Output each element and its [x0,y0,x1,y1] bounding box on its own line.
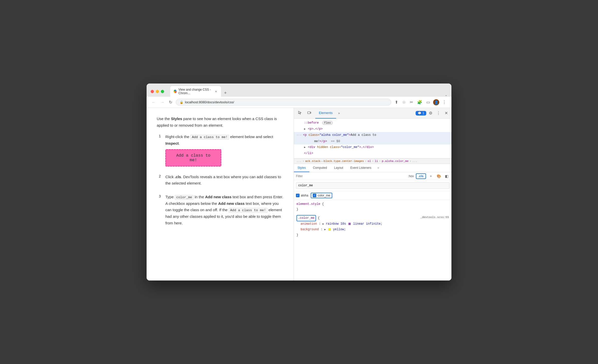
sidebar-icon[interactable]: ▭ [425,99,431,106]
background-prop: background [301,228,319,231]
share-icon[interactable]: ⬆ [394,99,399,106]
extension-icon[interactable]: 🧩 [416,99,423,106]
devtools-panel: Elements » 💬 1 ⚙ ⋮ ✕ ::bef [294,108,451,280]
step-3-bold-2: Add new class [218,201,245,206]
devtools-tabs: Elements » [315,108,415,119]
bc-stack[interactable]: ack.stack--block.type.center-images [305,160,364,163]
chat-badge[interactable]: 💬 1 [416,111,426,115]
svg-rect-0 [308,112,310,114]
color-palette-button[interactable]: 🎨 [436,174,442,179]
browser-window: View and change CSS - Chrom... ✕ + ⌄ ← →… [147,84,451,280]
step-1-bold: Inspect [165,141,179,145]
styles-tab-event-listeners[interactable]: Event Listeners [347,164,375,172]
tab-favicon [174,90,177,93]
styles-tab-styles[interactable]: Styles [294,164,309,172]
profile-avatar[interactable]: 👤 [433,99,439,105]
maximize-traffic-light[interactable] [161,90,164,93]
purple-swatch [348,223,351,225]
color-me-selector[interactable]: .color_me [296,215,316,222]
devtools-more-icon[interactable]: ⋮ [435,110,442,117]
step-1-content: Right-click the Add a class to me! eleme… [165,134,284,167]
tabs-area: View and change CSS - Chrom... ✕ + ⌄ [170,86,447,97]
address-bar: ← → ↻ 🔒 localhost:8080/docs/devtools/css… [147,97,451,108]
dom-row-p-empty[interactable]: ▶ <p>…</p> [294,126,451,132]
close-traffic-light[interactable] [151,90,154,93]
step-3-code-2: Add a class to me! [229,208,267,213]
color-me-checkbox[interactable]: ✓ [313,194,316,197]
step-1-code: Add a class to me! [190,135,229,140]
tab-close-button[interactable]: ✕ [214,89,217,93]
title-bar: View and change CSS - Chrom... ✕ + ⌄ [147,84,451,97]
minimize-traffic-light[interactable] [156,90,159,93]
new-tab-button[interactable]: + [222,89,229,97]
dom-row-selected[interactable]: ··· <p class="aloha color_me">Add a clas… [294,132,451,139]
bc-ol[interactable]: ol [368,160,371,163]
forward-button[interactable]: → [159,99,165,106]
more-tabs-button[interactable]: » [336,111,342,115]
styles-tab-layout[interactable]: Layout [331,164,347,172]
animation-prop: animation [301,222,317,226]
dom-row-li-close: </li> [294,151,451,157]
styles-tabs: Styles Computed Layout Event Listeners » [294,164,451,172]
traffic-lights [151,90,164,93]
breadcrumb: ... › ack.stack--block.type.center-image… [294,158,451,164]
cls-button[interactable]: .cls [416,173,426,179]
class-text-input[interactable] [296,182,449,189]
css-rules: element.style { } .color_me { _devtools.… [294,200,451,280]
cursor-select-button[interactable] [296,109,304,117]
styles-tab-computed[interactable]: Computed [309,164,331,172]
svg-rect-1 [310,112,311,113]
class-input-area [294,180,451,191]
tab-dropdown-button[interactable]: ⌄ [445,93,447,97]
refresh-button[interactable]: ↻ [168,99,173,106]
dom-row-selected-cont[interactable]: me!</p> == $0 [294,139,451,145]
color-me-label: color_me [318,194,330,197]
address-actions: ⬆ ☆ ✂ 🧩 ▭ 👤 ⋮ [394,99,447,106]
elements-tab[interactable]: Elements [315,108,336,119]
dom-row-before[interactable]: ::before flex [294,120,451,126]
class-checkboxes: ✓ aloha ✓ color_me [294,191,451,200]
yellow-swatch [328,228,331,231]
shadow-button[interactable]: ◧ [444,174,449,179]
aloha-checkbox-item[interactable]: ✓ aloha [296,194,308,197]
intro-paragraph: Use the Styles pane to see how an elemen… [157,115,284,128]
url-bar[interactable]: 🔒 localhost:8080/docs/devtools/css/ [176,99,391,106]
back-button[interactable]: ← [151,99,157,106]
element-style-selector: element.style [296,202,320,206]
add-class-button[interactable]: ＋ [428,173,434,179]
active-tab[interactable]: View and change CSS - Chrom... ✕ [170,86,221,97]
filter-input[interactable] [296,174,406,178]
settings-icon[interactable]: ⚙ [427,110,434,117]
devtools-close-icon[interactable]: ✕ [443,110,449,117]
step-3-bold-1: Add new class [205,195,231,199]
cut-icon[interactable]: ✂ [409,99,414,106]
devtools-actions: 💬 1 ⚙ ⋮ ✕ [416,110,449,117]
dom-row-div[interactable]: ▶ <div hidden class="color_me">…</div> [294,144,451,151]
step-list: 1 Right-click the Add a class to me! ele… [157,134,284,226]
menu-icon[interactable]: ⋮ [441,99,447,106]
left-panel: Use the Styles pane to see how an elemen… [147,108,294,280]
aloha-label: aloha [301,194,308,197]
bc-end-more[interactable]: ... [412,160,417,163]
demo-button[interactable]: Add a class to me! [165,149,221,167]
bc-p[interactable]: p.aloha.color_me [382,160,409,163]
css-file-ref[interactable]: _devtools.scss:55 [420,215,449,220]
aloha-checkbox[interactable]: ✓ [296,194,300,197]
bc-li[interactable]: li [375,160,378,163]
chat-count: 1 [422,111,424,115]
bookmark-icon[interactable]: ☆ [401,99,407,106]
step-3: 3 Type color_me in the Add new class tex… [157,194,284,226]
step-number-1: 1 [157,134,161,167]
step-2-content: Click .cls. DevTools reveals a text box … [165,174,284,187]
device-toggle-button[interactable] [305,109,313,117]
styles-pane: Styles Computed Layout Event Listeners »… [294,164,451,280]
main-content: Use the Styles pane to see how an elemen… [147,108,451,280]
step-number-3: 3 [157,194,161,226]
color-me-checkbox-item[interactable]: ✓ color_me [311,193,332,198]
devtools-header: Elements » 💬 1 ⚙ ⋮ ✕ [294,108,451,119]
styles-tab-more[interactable]: » [375,164,382,172]
hov-button[interactable]: :hov [408,174,414,178]
breadcrumb-more[interactable]: ... [296,160,302,163]
dom-tree: ::before flex ▶ <p>…</p> ··· <p class="a… [294,119,451,158]
step-2: 2 Click .cls. DevTools reveals a text bo… [157,174,284,187]
